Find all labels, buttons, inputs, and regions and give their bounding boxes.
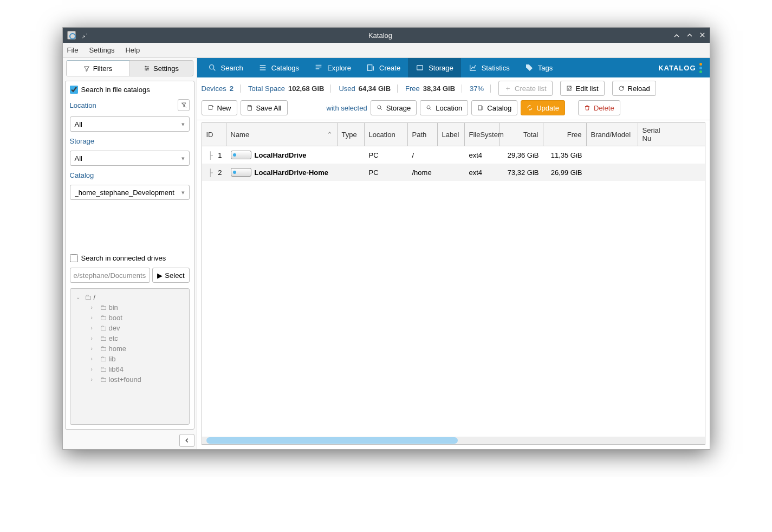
select-path-button[interactable]: ▶ Select bbox=[152, 268, 189, 283]
horizontal-scrollbar[interactable] bbox=[202, 437, 705, 444]
used-value: 64,34 GiB bbox=[359, 85, 391, 93]
save-all-button[interactable]: Save All bbox=[241, 100, 288, 115]
tab-statistics[interactable]: Statistics bbox=[461, 58, 517, 77]
pin-icon[interactable] bbox=[81, 32, 88, 38]
expand-icon[interactable]: › bbox=[91, 315, 98, 321]
expand-icon[interactable]: › bbox=[91, 356, 98, 362]
new-icon bbox=[207, 105, 214, 111]
reload-button[interactable]: Reload bbox=[612, 81, 656, 96]
update-button[interactable]: Update bbox=[521, 100, 565, 115]
storage-combo[interactable]: All ▾ bbox=[70, 151, 190, 166]
tab-storage[interactable]: Storage bbox=[408, 58, 461, 77]
th-type[interactable]: Type bbox=[338, 123, 365, 146]
catalog-icon bbox=[477, 105, 484, 111]
expand-icon[interactable]: › bbox=[91, 335, 98, 341]
th-filesystem[interactable]: FileSystem bbox=[465, 123, 500, 146]
tree-item[interactable]: ›🗀etc bbox=[74, 333, 186, 343]
sidebar-tab-settings[interactable]: Settings bbox=[130, 61, 193, 76]
expand-icon[interactable]: › bbox=[91, 366, 98, 372]
th-id[interactable]: ID bbox=[202, 123, 226, 146]
edit-list-button[interactable]: Edit list bbox=[560, 81, 605, 96]
brand-text: KATALOG bbox=[658, 64, 696, 72]
tree-item-label: dev bbox=[109, 324, 120, 332]
th-serial[interactable]: Serial Nu bbox=[638, 123, 671, 146]
tree-item[interactable]: ›🗀lib64 bbox=[74, 364, 186, 374]
table-row[interactable]: ├2LocalHardDrive-HomePC/homeext473,32 Gi… bbox=[202, 164, 705, 181]
expand-icon[interactable]: › bbox=[91, 377, 98, 382]
tab-catalogs[interactable]: Catalogs bbox=[251, 58, 307, 77]
main-tabs: Search Catalogs Explore Create Storage S… bbox=[197, 58, 710, 77]
tree-item[interactable]: ›🗀lost+found bbox=[74, 374, 186, 385]
chevron-down-icon: ▾ bbox=[181, 189, 185, 196]
total-space-label: Total Space bbox=[248, 85, 285, 93]
minimize-icon[interactable] bbox=[673, 32, 680, 38]
collapse-icon[interactable]: ⌄ bbox=[76, 294, 82, 300]
reload-icon bbox=[618, 85, 625, 92]
table-row[interactable]: ├1LocalHardDrivePC/ext429,36 GiB11,35 Gi… bbox=[202, 146, 705, 164]
tab-create-label: Create bbox=[379, 64, 400, 72]
close-icon[interactable] bbox=[699, 32, 705, 38]
menu-settings[interactable]: Settings bbox=[89, 46, 114, 54]
tab-create[interactable]: Create bbox=[359, 58, 408, 77]
folder-icon: 🗀 bbox=[100, 303, 107, 312]
svg-rect-8 bbox=[249, 106, 251, 107]
search-storage-button[interactable]: Storage bbox=[371, 100, 417, 115]
tree-item[interactable]: ›🗀boot bbox=[74, 313, 186, 323]
tree-item[interactable]: ›🗀lib bbox=[74, 354, 186, 364]
sidebar-tab-filters[interactable]: Filters bbox=[67, 60, 130, 76]
drive-path-value: e/stephane/Documents bbox=[74, 271, 146, 280]
th-path[interactable]: Path bbox=[408, 123, 438, 146]
search-drives-checkbox[interactable] bbox=[70, 254, 78, 262]
folder-icon: 🗀 bbox=[100, 334, 107, 342]
expand-icon[interactable]: › bbox=[91, 346, 98, 352]
brand-dots-icon bbox=[699, 63, 702, 73]
filesystem-tree[interactable]: ⌄ 🗀 / ›🗀bin›🗀boot›🗀dev›🗀etc›🗀home›🗀lib›🗀… bbox=[70, 288, 190, 425]
expand-icon[interactable]: › bbox=[91, 304, 98, 310]
tree-item-label: boot bbox=[109, 314, 122, 322]
clear-filter-button[interactable] bbox=[178, 99, 190, 111]
expand-icon[interactable]: › bbox=[91, 325, 98, 331]
new-label: New bbox=[217, 104, 231, 112]
search-location-button[interactable]: Location bbox=[420, 100, 468, 115]
catalog-label: Catalog bbox=[487, 104, 511, 112]
create-list-button[interactable]: ＋Create list bbox=[498, 81, 553, 96]
search-icon bbox=[377, 105, 383, 111]
drive-path-input[interactable]: e/stephane/Documents bbox=[70, 268, 151, 283]
delete-button[interactable]: Delete bbox=[578, 100, 620, 115]
th-label[interactable]: Label bbox=[438, 123, 465, 146]
tree-item[interactable]: ›🗀dev bbox=[74, 323, 186, 333]
th-free[interactable]: Free bbox=[543, 123, 587, 146]
storage-label: Storage bbox=[70, 137, 95, 145]
tab-search[interactable]: Search bbox=[200, 58, 251, 77]
tab-catalogs-label: Catalogs bbox=[271, 64, 299, 72]
collapse-sidebar-button[interactable] bbox=[179, 434, 194, 447]
th-name[interactable]: Name⌃ bbox=[226, 123, 338, 146]
tab-explore[interactable]: Explore bbox=[307, 58, 359, 77]
new-button[interactable]: New bbox=[202, 100, 237, 115]
list-icon bbox=[258, 63, 267, 72]
app-window: Katalog File Settings Help Filters Setti… bbox=[62, 27, 710, 450]
stats-bar: Devices 2 Total Space 102,68 GiB Used 64… bbox=[197, 77, 710, 99]
svg-point-2 bbox=[146, 69, 147, 70]
maximize-icon[interactable] bbox=[686, 32, 693, 38]
menu-help[interactable]: Help bbox=[125, 46, 140, 54]
search-location-label: Location bbox=[436, 104, 462, 112]
tree-root[interactable]: ⌄ 🗀 / bbox=[74, 292, 186, 302]
menu-file[interactable]: File bbox=[67, 46, 79, 54]
app-icon bbox=[67, 31, 76, 40]
tree-item[interactable]: ›🗀bin bbox=[74, 302, 186, 313]
window-title: Katalog bbox=[88, 31, 673, 40]
search-catalogs-checkbox[interactable] bbox=[70, 86, 78, 94]
main-area: Search Catalogs Explore Create Storage S… bbox=[197, 58, 710, 449]
sidebar-tab-settings-label: Settings bbox=[153, 64, 179, 73]
svg-point-3 bbox=[209, 65, 213, 69]
tree-item[interactable]: ›🗀home bbox=[74, 343, 186, 354]
th-location[interactable]: Location bbox=[365, 123, 408, 146]
tab-tags[interactable]: Tags bbox=[517, 58, 560, 77]
catalog-button[interactable]: Catalog bbox=[471, 100, 517, 115]
filter-icon bbox=[83, 66, 90, 72]
catalog-combo[interactable]: _home_stephane_Development ▾ bbox=[70, 185, 190, 200]
th-total[interactable]: Total bbox=[500, 123, 543, 146]
location-combo[interactable]: All ▾ bbox=[70, 116, 190, 132]
th-brand[interactable]: Brand/Model bbox=[587, 123, 638, 146]
